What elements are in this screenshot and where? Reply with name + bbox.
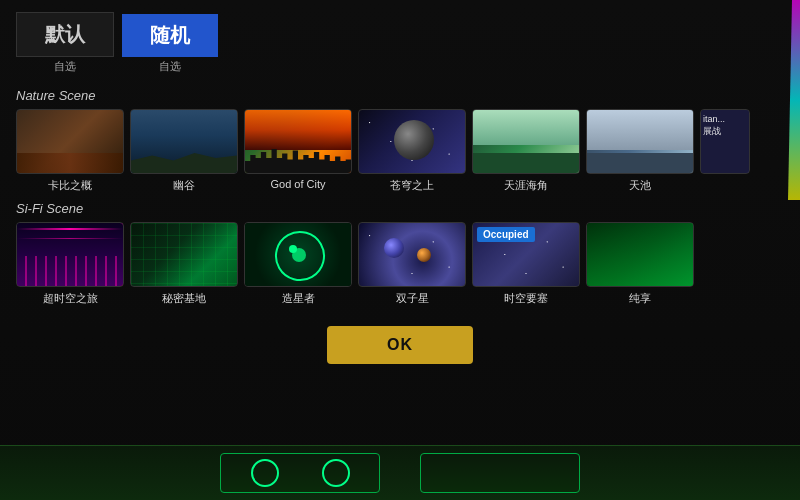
- thumb-tianyahaijiao: [472, 109, 580, 174]
- label-mangzhi: 苍穹之上: [390, 178, 434, 193]
- nature-section-title: Nature Scene: [16, 88, 784, 103]
- scene-partial-right[interactable]: itan...展战: [700, 109, 750, 193]
- tab-default-sublabel: 自选: [54, 59, 76, 74]
- bottom-bar: [0, 445, 800, 500]
- scene-chunxiang[interactable]: 纯享: [586, 222, 694, 306]
- thumb-shuangzixing: [358, 222, 466, 287]
- label-shuangzixing: 双子星: [396, 291, 429, 306]
- scene-tianzhi[interactable]: 天池: [586, 109, 694, 193]
- scene-mangzhi[interactable]: 苍穹之上: [358, 109, 466, 193]
- scene-tianyahaijiao[interactable]: 天涯海角: [472, 109, 580, 193]
- scifi-scene-grid: 超时空之旅 秘密基地: [16, 222, 784, 306]
- label-mimijidi: 秘密基地: [162, 291, 206, 306]
- label-zaoxingzhe: 造星者: [282, 291, 315, 306]
- label-chunxiang: 纯享: [629, 291, 651, 306]
- ok-button[interactable]: OK: [327, 326, 473, 364]
- tab-random-sublabel: 自选: [159, 59, 181, 74]
- thumb-partial-right: itan...展战: [700, 109, 750, 174]
- label-tianzhi: 天池: [629, 178, 651, 193]
- scifi-section-title: Si-Fi Scene: [16, 201, 784, 216]
- tab-default-group: 默认 自选: [16, 12, 114, 74]
- label-chaoshikong: 超时空之旅: [43, 291, 98, 306]
- thumb-mangzhi: [358, 109, 466, 174]
- tab-random-group: 随机 自选: [122, 14, 218, 74]
- thumb-yougu: [130, 109, 238, 174]
- occupied-badge: Occupied: [477, 227, 535, 242]
- bottom-rect: [420, 453, 580, 493]
- scene-zaoxingzhe[interactable]: 造星者: [244, 222, 352, 306]
- scene-kabizhi[interactable]: 卡比之概: [16, 109, 124, 193]
- thumb-kabizhi: [16, 109, 124, 174]
- scene-yougu[interactable]: 幽谷: [130, 109, 238, 193]
- label-shikongqiansai: 时空要塞: [504, 291, 548, 306]
- thumb-chaoshikong: [16, 222, 124, 287]
- scene-chaoshikong[interactable]: 超时空之旅: [16, 222, 124, 306]
- thumb-tianzhi: [586, 109, 694, 174]
- nature-scene-grid: 卡比之概 幽谷 God of City: [16, 109, 784, 193]
- tab-default[interactable]: 默认: [16, 12, 114, 57]
- thumb-chunxiang: [586, 222, 694, 287]
- content-area: Nature Scene 卡比之概 幽谷: [0, 74, 800, 312]
- scene-shuangzixing[interactable]: 双子星: [358, 222, 466, 306]
- label-godofcity: God of City: [270, 178, 325, 190]
- thumb-godofcity: [244, 109, 352, 174]
- bottom-circle-1: [251, 459, 279, 487]
- main-container: 默认 自选 随机 自选 Nature Scene 卡比之概: [0, 0, 800, 500]
- scene-shikongqiansai[interactable]: Occupied 时空要塞: [472, 222, 580, 306]
- label-yougu: 幽谷: [173, 178, 195, 193]
- thumb-zaoxingzhe: [244, 222, 352, 287]
- scene-mimijidi[interactable]: 秘密基地: [130, 222, 238, 306]
- ok-btn-container: OK: [0, 326, 800, 364]
- bottom-circle-2: [322, 459, 350, 487]
- thumb-mimijidi: [130, 222, 238, 287]
- tab-random[interactable]: 随机: [122, 14, 218, 57]
- tabs-row: 默认 自选 随机 自选: [0, 0, 800, 74]
- scene-godofcity[interactable]: God of City: [244, 109, 352, 193]
- thumb-shikongqiansai: Occupied: [472, 222, 580, 287]
- label-kabizhi: 卡比之概: [48, 178, 92, 193]
- label-tianyahaijiao: 天涯海角: [504, 178, 548, 193]
